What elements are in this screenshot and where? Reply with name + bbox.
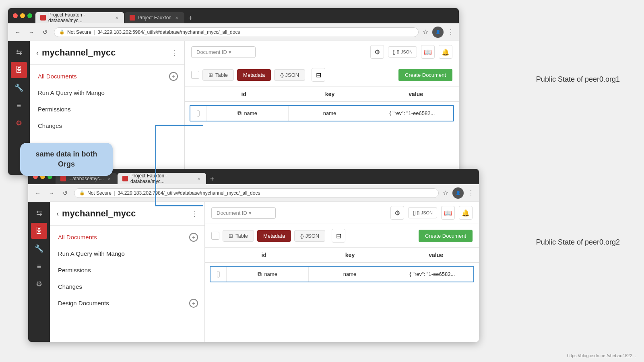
sidebar-item-all-docs-2[interactable]: All Documents [50,229,105,245]
connect-line-top-h [155,125,203,126]
minimize-btn-1[interactable] [20,13,25,18]
sidebar-item-design-docs-2[interactable]: Design Documents [50,295,117,311]
doc-id-select-1[interactable]: Document ID ▾ [191,46,256,58]
address-input-1[interactable]: 🔒 Not Secure | 34.229.183.202:5984/_util… [54,27,419,37]
tab-metadata-2[interactable]: Metadata [257,230,291,242]
gear-icon-1[interactable]: ⚙ [11,115,27,131]
incognito-btn-1[interactable]: 👤 [432,27,444,38]
list-icon-2[interactable]: ≡ [31,258,47,274]
td-value-2: { "rev": "1-ee6582... [391,267,473,282]
sidebar-item-mango-1[interactable]: Run A Query with Mango [30,84,184,101]
sidebar-item-all-docs-1[interactable]: All Documents [30,68,85,84]
close-btn-1[interactable] [13,13,18,18]
tab-json-1[interactable]: {} JSON [274,69,305,81]
sidebar-item-permissions-1[interactable]: Permissions [30,101,184,117]
list-icon-1[interactable]: ≡ [11,97,27,113]
nav-arrows-icon-1[interactable]: ⇆ [11,44,27,60]
view-grid-icon-btn-1[interactable]: ⊟ [312,68,325,82]
bell-icon-btn-2[interactable]: 🔔 [459,206,473,220]
tab-label-4: Project Fauxton - database/myc... [130,173,194,184]
table-row-2[interactable]: ⧉ name name { "rev": "1-ee6582... [210,266,474,282]
bell-icon-btn-1[interactable]: 🔔 [439,45,452,59]
gear-icon-2[interactable]: ⚙ [31,276,47,292]
star-icon-1[interactable]: ☆ [423,28,428,36]
tab-json-2[interactable]: {} JSON [294,230,325,242]
tab-table-1[interactable]: ⊞ Table [202,69,234,81]
sidebar-more-btn-2[interactable]: ⋮ [191,209,198,218]
tab-metadata-1[interactable]: Metadata [237,69,271,81]
create-doc-btn-2[interactable]: Create Document [419,230,473,242]
doc-id-select-2[interactable]: Document ID ▾ [211,207,276,219]
select-all-checkbox-2[interactable] [211,232,219,240]
td-value-1: { "rev": "1-ee6582... [371,106,453,121]
peer2-label: Public State of peer0.org2 [536,238,620,246]
forward-nav-btn-1[interactable]: → [27,27,36,37]
th-key-2: key [307,252,393,258]
create-doc-btn-1[interactable]: Create Document [398,69,452,81]
json-btn-1[interactable]: {} {} JSON [388,46,417,58]
database-icon-2[interactable]: 🗄 [31,223,47,239]
sidebar-back-btn-1[interactable]: ‹ [36,49,39,57]
row-checkbox-1[interactable] [197,110,200,117]
tab-favicon-2 [130,15,135,21]
data-table-2: id key value ⧉ name [205,248,479,342]
add-all-docs-btn-1[interactable]: + [169,72,178,81]
settings-icon-btn-1[interactable]: ⚙ [370,45,384,59]
callout-bubble: same data in both Orgs [20,143,113,176]
sidebar-item-changes-2[interactable]: Changes [50,278,204,295]
url-text-1: 34.229.183.202:5984/_utils/#database/myc… [97,29,240,35]
more-icon-2[interactable]: ⋮ [468,189,474,197]
tab-close-3[interactable]: ✕ [106,176,112,181]
add-all-docs-btn-2[interactable]: + [189,233,198,242]
table-row-1[interactable]: ⧉ name name { "rev": "1-ee6582... [190,105,454,121]
th-value-1: value [373,91,459,97]
new-tab-btn-1[interactable]: + [185,13,196,23]
not-secure-label-1: Not Secure [67,29,91,35]
back-nav-btn-1[interactable]: ← [13,27,23,37]
refresh-btn-2[interactable]: ↺ [60,188,70,198]
json-btn-2[interactable]: {} {} JSON [408,207,437,218]
incognito-btn-2[interactable]: 👤 [452,187,464,199]
view-toolbar-1: ⊞ Table Metadata {} JSON ⊟ Create Docume… [185,63,459,87]
more-icon-1[interactable]: ⋮ [448,28,454,36]
wrench-icon-2[interactable]: 🔧 [31,241,47,257]
new-tab-btn-2[interactable]: + [207,174,217,184]
browser-window-2: ...atabase/myc... ✕ Project Fauxton - da… [28,169,479,342]
book-icon-btn-2[interactable]: 📖 [441,206,455,220]
tab-favicon-4 [122,176,128,181]
database-icon-1[interactable]: 🗄 [11,62,27,78]
fauxton-app-2: ⇆ 🗄 🔧 ≡ ⚙ ‹ mychannel_mycc ⋮ All Documen… [28,202,479,342]
tab-table-2[interactable]: ⊞ Table [223,230,254,242]
settings-icon-btn-2[interactable]: ⚙ [390,206,404,220]
star-icon-2[interactable]: ☆ [443,189,448,197]
chevron-down-icon-1: ▾ [229,49,231,55]
sidebar-item-mango-2[interactable]: Run A Query with Mango [50,245,204,262]
maximize-btn-1[interactable] [27,13,32,18]
doc-id-placeholder-1: Document ID [196,49,227,55]
refresh-btn-1[interactable]: ↺ [40,27,50,37]
row-checkbox-2[interactable] [217,271,220,278]
tab-close-4[interactable]: ✕ [196,176,201,181]
address-input-2[interactable]: 🔒 Not Secure | 34.229.183.202:7984/_util… [74,188,439,198]
forward-nav-btn-2[interactable]: → [47,188,56,198]
tab-1-inactive[interactable]: Project Fauxton ✕ [125,12,184,23]
address-actions-2: ☆ 👤 ⋮ [443,187,474,199]
tab-2-active[interactable]: Project Fauxton - database/myc... ✕ [118,173,206,184]
view-grid-icon-btn-2[interactable]: ⊟ [332,229,345,243]
tab-close-2[interactable]: ✕ [174,15,180,21]
tab-close-1[interactable]: ✕ [114,15,119,21]
tab-1-active[interactable]: Project Fauxton - database/myc... ✕ [35,12,124,23]
sidebar-back-btn-2[interactable]: ‹ [56,210,59,218]
back-nav-btn-2[interactable]: ← [33,188,43,198]
select-all-checkbox-1[interactable] [191,71,199,79]
book-icon-btn-1[interactable]: 📖 [421,45,435,59]
wrench-icon-1[interactable]: 🔧 [11,80,27,96]
sidebar-item-permissions-2[interactable]: Permissions [50,262,204,278]
not-secure-label-2: Not Secure [87,190,111,196]
td-key-1: name [289,106,371,121]
tab-label-2: Project Fauxton [138,15,171,21]
nav-arrows-icon-2[interactable]: ⇆ [31,205,47,221]
add-design-docs-btn-2[interactable]: + [189,299,198,308]
connect-line-bottom-h [155,205,203,206]
sidebar-more-btn-1[interactable]: ⋮ [171,48,178,57]
